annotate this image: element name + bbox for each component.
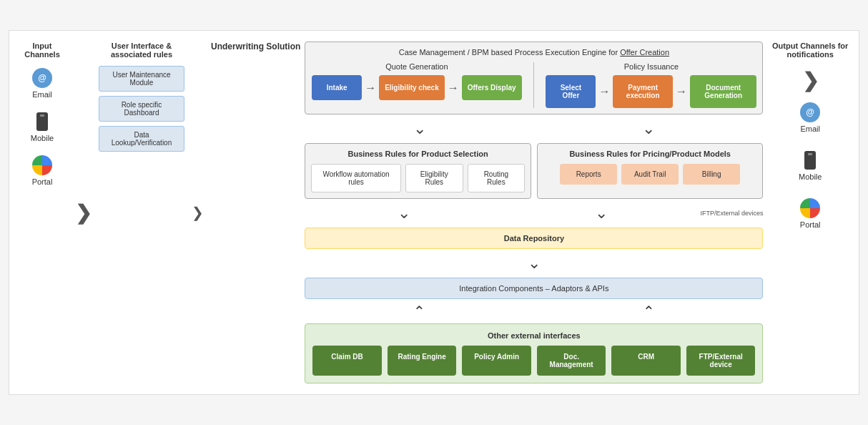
billing-item: Billing [683,164,740,185]
data-repo-row: Data Repository [305,228,763,249]
iftp-label: IFTP/External devices [700,210,763,217]
workflow-automation-item: Workflow automation rules [311,164,400,192]
audit-trail-item: Audit Trail [621,164,679,185]
output-portal-icon [800,198,820,218]
bpm-vertical-divider [533,62,534,108]
policy-admin-box: Policy Admin [462,346,531,376]
chevron-down-left-2: ⌄ [398,204,410,223]
quote-generation-title: Quote Generation [385,62,448,71]
policy-issuance-title: Policy Issuance [624,62,679,71]
external-interfaces-area: Other external interfaces Claim DB Ratin… [305,323,763,384]
email-label: Email [32,90,52,99]
ftp-external-box: FTP/External device [686,346,756,376]
output-channels-panel: Output Channels for notifications ❯ Emai… [769,41,852,384]
flow-arrow-2: → [448,82,459,94]
down-arrows-row-2: ⌄ ⌄ [305,202,700,224]
chevron-up-right: ⌃ [643,303,655,320]
integration-box: Integration Components – Adaptors & APIs [305,278,763,299]
output-mobile-channel: Mobile [797,150,823,181]
up-arrows-row: ⌃ ⌃ [305,303,763,320]
data-lookup-box: Data Lookup/Verification [99,126,184,152]
chevron-down-left-1: ⌄ [413,119,426,138]
chevron-up-left: ⌃ [413,303,425,320]
external-interfaces-title: Other external interfaces [312,331,755,340]
offers-display-box: Offers Display [462,75,522,100]
flow-arrow-4: → [676,85,687,98]
data-repository-box: Data Repository [305,228,763,249]
chevron-down-center: ⌄ [528,254,541,273]
product-selection-box: Business Rules for Product Selection Wor… [305,143,531,199]
doc-management-box: Doc. Management [537,346,606,376]
mobile-icon-container [29,112,55,132]
email-icon-container [29,68,55,88]
main-content-area: Underwriting Solution Case Management / … [211,41,763,384]
policy-flow-row: Select Offer → Payment execution → Docum… [546,75,756,108]
mobile-icon [36,112,48,131]
output-channels-title: Output Channels for notifications [769,41,852,59]
output-email-icon [800,102,820,122]
ui-section-title: User Interface & associated rules [99,41,184,59]
product-selection-items: Workflow automation rules Eligibility Ru… [311,164,525,192]
output-bracket: ❯ [801,69,820,92]
output-mobile-label: Mobile [799,172,822,181]
output-portal-label: Portal [800,220,821,229]
mobile-channel: Mobile [29,112,55,142]
document-generation-box: Document Generation [690,75,756,108]
payment-execution-box: Payment execution [613,75,673,108]
email-icon [32,68,52,88]
output-mobile-icon [804,151,816,170]
bpm-outer-box: Case Management / BPM based Process Exec… [305,41,763,114]
portal-icon-container [29,155,55,175]
product-selection-title: Business Rules for Product Selection [311,150,525,158]
flow-arrow-1: → [365,82,376,94]
output-mobile-icon-container [797,150,823,170]
input-bracket: ❯ [74,41,93,384]
portal-label: Portal [32,177,53,186]
business-rules-row: Business Rules for Product Selection Wor… [305,143,763,199]
output-portal-channel: Portal [797,198,823,229]
arrows-iftp-row: ⌄ ⌄ IFTP/External devices [305,202,763,224]
chevron-down-right-2: ⌄ [595,204,608,223]
input-channels-panel: Input Channels Email Mobile Portal [16,41,68,384]
claim-db-box: Claim DB [312,346,382,376]
quote-flow-row: Intake → Eligibility check → Offers Disp… [312,75,521,100]
eligibility-rules-item: Eligibility Rules [405,164,463,192]
down-arrows-row-1: ⌄ ⌄ [305,118,763,140]
output-portal-icon-container [797,198,823,218]
underwriting-label: Underwriting Solution [211,41,300,52]
flow-arrow-3: → [598,85,610,98]
rating-engine-box: Rating Engine [388,346,457,376]
ui-to-bpm-arrow: ❯ [190,41,205,384]
pricing-models-items: Reports Audit Trail Billing [543,164,757,185]
output-email-label: Email [800,124,820,133]
mobile-label: Mobile [31,134,54,142]
intake-box: Intake [312,75,362,100]
role-dashboard-box: Role specific Dashboard [99,96,184,122]
email-channel: Email [29,68,55,99]
input-channels-title: Input Channels [16,41,68,59]
portal-icon [32,155,52,175]
external-boxes-row: Claim DB Rating Engine Policy Admin Doc.… [312,346,755,376]
output-email-icon-container [797,102,823,122]
portal-channel: Portal [29,155,55,186]
select-offer-box: Select Offer [546,75,596,108]
chevron-down-right-1: ⌄ [642,119,655,138]
pricing-models-box: Business Rules for Pricing/Product Model… [537,143,764,199]
diagram-container: Input Channels Email Mobile Portal ❯ Use… [9,30,859,395]
crm-box: CRM [611,346,681,376]
pricing-models-title: Business Rules for Pricing/Product Model… [543,150,757,158]
bpm-title: Case Management / BPM based Process Exec… [311,48,756,57]
output-email-channel: Email [797,102,823,133]
eligibility-check-box: Eligibility check [379,75,445,100]
routing-rules-item: Routing Rules [468,164,525,192]
policy-issuance-section: Policy Issuance Select Offer → Payment e… [546,62,756,108]
bpm-inner: Quote Generation Intake → Eligibility ch… [311,62,756,108]
down-arrows-row-3: ⌄ [305,253,763,274]
ui-section: User Interface & associated rules User M… [99,41,184,384]
quote-generation-section: Quote Generation Intake → Eligibility ch… [311,62,522,108]
center-content: Case Management / BPM based Process Exec… [305,41,763,384]
reports-item: Reports [560,164,617,185]
user-maintenance-box: User Maintenance Module [99,66,184,92]
